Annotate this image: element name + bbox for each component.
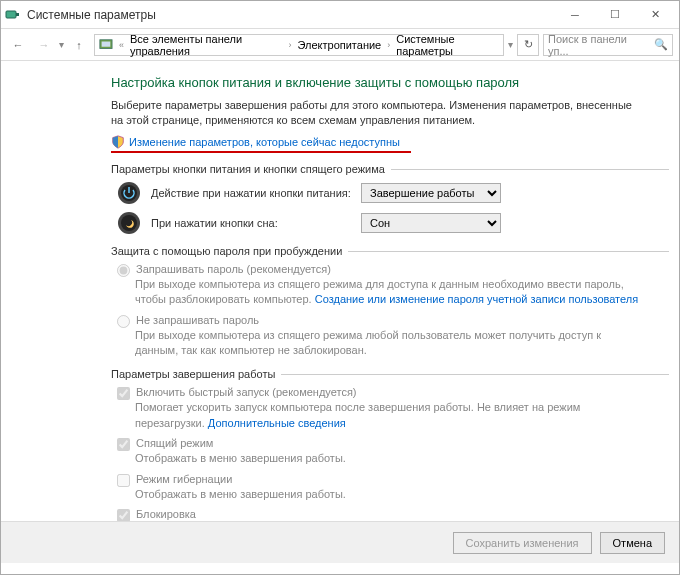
power-button-icon xyxy=(117,181,141,205)
sleep-button-select[interactable]: Сон xyxy=(361,213,501,233)
sleep-checkbox xyxy=(117,438,130,451)
admin-link[interactable]: Изменение параметров, которые сейчас нед… xyxy=(129,136,400,148)
close-button[interactable]: ✕ xyxy=(635,1,675,29)
chevron-icon: « xyxy=(119,40,124,50)
shield-icon xyxy=(111,135,125,149)
sleep-label: Спящий режим xyxy=(136,437,213,449)
breadcrumb-dropdown[interactable]: ▾ xyxy=(508,39,513,50)
content-area: Настройка кнопок питания и включение защ… xyxy=(1,61,679,521)
sleep-button-row: При нажатии кнопки сна: Сон xyxy=(117,211,639,235)
history-dropdown[interactable]: ▾ xyxy=(59,39,64,50)
minimize-button[interactable]: ─ xyxy=(555,1,595,29)
save-button: Сохранить изменения xyxy=(453,532,592,554)
lock-checkbox xyxy=(117,509,130,521)
svg-rect-0 xyxy=(6,11,16,18)
search-input[interactable]: Поиск в панели уп... 🔍 xyxy=(543,34,673,56)
password-require-label: Запрашивать пароль (рекомендуется) xyxy=(136,263,331,275)
lock-label: Блокировка xyxy=(136,508,196,520)
cancel-button[interactable]: Отмена xyxy=(600,532,665,554)
lock-block: Блокировка Отображать в меню аватара. xyxy=(117,508,639,521)
up-button[interactable]: ↑ xyxy=(68,34,90,56)
maximize-button[interactable]: ☐ xyxy=(595,1,635,29)
fast-startup-link[interactable]: Дополнительные сведения xyxy=(208,417,346,429)
breadcrumb-item[interactable]: Электропитание xyxy=(297,39,381,51)
back-button[interactable]: ← xyxy=(7,34,29,56)
section-shutdown-title: Параметры завершения работы xyxy=(111,368,639,380)
sleep-button-label: При нажатии кнопки сна: xyxy=(151,217,351,229)
forward-button[interactable]: → xyxy=(33,34,55,56)
hibernate-desc: Отображать в меню завершения работы. xyxy=(135,487,639,502)
refresh-button[interactable]: ↻ xyxy=(517,34,539,56)
power-button-label: Действие при нажатии кнопки питания: xyxy=(151,187,351,199)
hibernate-block: Режим гибернации Отображать в меню завер… xyxy=(117,473,639,502)
breadcrumb-item[interactable]: Системные параметры xyxy=(396,33,499,57)
admin-link-row: Изменение параметров, которые сейчас нед… xyxy=(111,135,639,149)
svg-rect-3 xyxy=(102,41,111,46)
sleep-block: Спящий режим Отображать в меню завершени… xyxy=(117,437,639,466)
page-heading: Настройка кнопок питания и включение защ… xyxy=(111,75,639,90)
password-opt2: Не запрашивать пароль При выходе компьют… xyxy=(117,314,639,359)
power-options-icon xyxy=(5,7,21,23)
highlight-underline xyxy=(111,151,411,153)
navbar: ← → ▾ ↑ « Все элементы панели управления… xyxy=(1,29,679,61)
password-opt1: Запрашивать пароль (рекомендуется) При в… xyxy=(117,263,639,308)
chevron-icon: › xyxy=(387,40,390,50)
fast-startup-label: Включить быстрый запуск (рекомендуется) xyxy=(136,386,357,398)
power-button-select[interactable]: Завершение работы xyxy=(361,183,501,203)
fast-startup-checkbox xyxy=(117,387,130,400)
footer: Сохранить изменения Отмена xyxy=(1,521,679,563)
titlebar: Системные параметры ─ ☐ ✕ xyxy=(1,1,679,29)
power-button-row: Действие при нажатии кнопки питания: Зав… xyxy=(117,181,639,205)
search-placeholder: Поиск в панели уп... xyxy=(548,33,650,57)
page-description: Выберите параметры завершения работы для… xyxy=(111,98,639,129)
section-buttons-title: Параметры кнопки питания и кнопки спящег… xyxy=(111,163,639,175)
password-norequire-desc: При выходе компьютера из спящего режима … xyxy=(135,328,639,359)
section-password-title: Защита с помощью пароля при пробуждении xyxy=(111,245,639,257)
hibernate-checkbox xyxy=(117,474,130,487)
chevron-icon: › xyxy=(288,40,291,50)
window-title: Системные параметры xyxy=(27,8,555,22)
sleep-button-icon xyxy=(117,211,141,235)
fast-startup-block: Включить быстрый запуск (рекомендуется) … xyxy=(117,386,639,431)
search-icon: 🔍 xyxy=(654,38,668,51)
password-norequire-radio xyxy=(117,315,130,328)
password-require-radio xyxy=(117,264,130,277)
control-panel-icon xyxy=(99,37,113,53)
svg-point-7 xyxy=(121,215,137,231)
create-password-link[interactable]: Создание или изменение пароля учетной за… xyxy=(315,293,638,305)
svg-rect-1 xyxy=(16,13,19,16)
password-require-desc: При выходе компьютера из спящего режима … xyxy=(135,277,639,308)
hibernate-label: Режим гибернации xyxy=(136,473,232,485)
breadcrumb-item[interactable]: Все элементы панели управления xyxy=(130,33,283,57)
password-norequire-label: Не запрашивать пароль xyxy=(136,314,259,326)
sleep-desc: Отображать в меню завершения работы. xyxy=(135,451,639,466)
breadcrumb[interactable]: « Все элементы панели управления › Элект… xyxy=(94,34,504,56)
fast-startup-desc: Помогает ускорить запуск компьютера посл… xyxy=(135,400,639,431)
